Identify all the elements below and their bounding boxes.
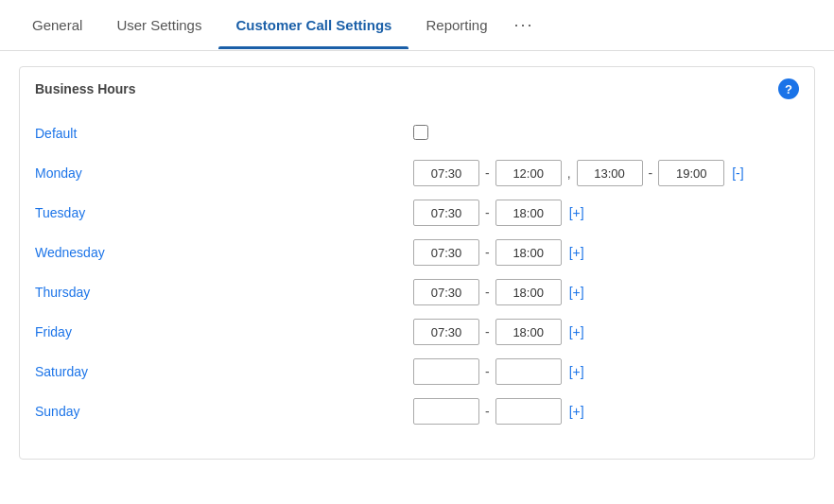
tuesday-start-1[interactable] — [413, 200, 479, 226]
day-row-monday: Monday - , - [-] — [35, 158, 799, 188]
card-title: Business Hours — [35, 81, 136, 96]
saturday-end-1[interactable] — [495, 358, 562, 385]
main-content: Business Hours ? Default Monday - , - [-… — [0, 51, 834, 475]
default-checkbox[interactable] — [413, 125, 428, 140]
day-row-default: Default — [35, 118, 799, 148]
friday-action-btn[interactable]: [+] — [569, 324, 584, 339]
thursday-end-1[interactable] — [495, 279, 562, 305]
monday-sep-3: - — [649, 165, 653, 181]
thursday-controls: - [+] — [413, 279, 584, 305]
monday-action-btn[interactable]: [-] — [732, 165, 743, 181]
sunday-end-1[interactable] — [495, 398, 562, 425]
tab-more[interactable]: ··· — [505, 0, 544, 50]
monday-end-2[interactable] — [658, 160, 724, 186]
day-row-tuesday: Tuesday - [+] — [35, 198, 799, 228]
wednesday-controls: - [+] — [413, 239, 584, 266]
wednesday-start-1[interactable] — [413, 239, 479, 266]
tuesday-end-1[interactable] — [495, 200, 562, 226]
tab-customer-call-settings[interactable]: Customer Call Settings — [218, 2, 408, 48]
wednesday-action-btn[interactable]: [+] — [569, 245, 584, 260]
sunday-action-btn[interactable]: [+] — [569, 404, 584, 419]
wednesday-end-1[interactable] — [495, 239, 562, 266]
sunday-start-1[interactable] — [413, 398, 479, 425]
monday-sep-1: - — [485, 165, 490, 181]
day-row-wednesday: Wednesday - [+] — [35, 237, 799, 268]
day-label-saturday: Saturday — [35, 364, 148, 379]
tab-navigation: General User Settings Customer Call Sett… — [0, 0, 834, 51]
monday-end-1[interactable] — [495, 160, 562, 186]
day-row-sunday: Sunday - [+] — [35, 396, 799, 426]
friday-start-1[interactable] — [413, 319, 479, 345]
saturday-action-btn[interactable]: [+] — [569, 364, 584, 379]
day-row-saturday: Saturday - [+] — [35, 356, 799, 387]
help-icon[interactable]: ? — [778, 78, 799, 99]
tuesday-sep-1: - — [485, 205, 490, 220]
day-label-friday: Friday — [35, 324, 148, 339]
saturday-sep-1: - — [485, 364, 490, 379]
tab-reporting[interactable]: Reporting — [408, 2, 504, 48]
thursday-start-1[interactable] — [413, 279, 479, 305]
tuesday-action-btn[interactable]: [+] — [569, 205, 584, 220]
business-hours-card: Business Hours ? Default Monday - , - [-… — [19, 66, 815, 460]
tab-user-settings[interactable]: User Settings — [99, 2, 218, 48]
card-header: Business Hours ? — [35, 78, 799, 99]
monday-start-2[interactable] — [577, 160, 643, 186]
day-label-tuesday: Tuesday — [35, 205, 148, 220]
wednesday-sep-1: - — [485, 245, 490, 260]
day-label-default: Default — [35, 126, 148, 141]
thursday-sep-1: - — [485, 285, 490, 300]
day-row-thursday: Thursday - [+] — [35, 277, 799, 307]
day-label-thursday: Thursday — [35, 285, 148, 300]
friday-sep-1: - — [485, 324, 490, 339]
monday-sep-2: , — [567, 165, 571, 181]
saturday-start-1[interactable] — [413, 358, 479, 385]
day-label-sunday: Sunday — [35, 404, 148, 419]
monday-controls: - , - [-] — [413, 160, 744, 186]
thursday-action-btn[interactable]: [+] — [569, 285, 584, 300]
tuesday-controls: - [+] — [413, 200, 584, 226]
default-controls — [413, 125, 428, 143]
monday-start-1[interactable] — [413, 160, 479, 186]
friday-end-1[interactable] — [495, 319, 562, 345]
saturday-controls: - [+] — [413, 358, 584, 385]
day-label-wednesday: Wednesday — [35, 245, 148, 260]
friday-controls: - [+] — [413, 319, 584, 345]
day-row-friday: Friday - [+] — [35, 317, 799, 347]
sunday-controls: - [+] — [413, 398, 584, 425]
sunday-sep-1: - — [485, 404, 490, 419]
tab-general[interactable]: General — [15, 2, 99, 48]
day-label-monday: Monday — [35, 165, 148, 181]
